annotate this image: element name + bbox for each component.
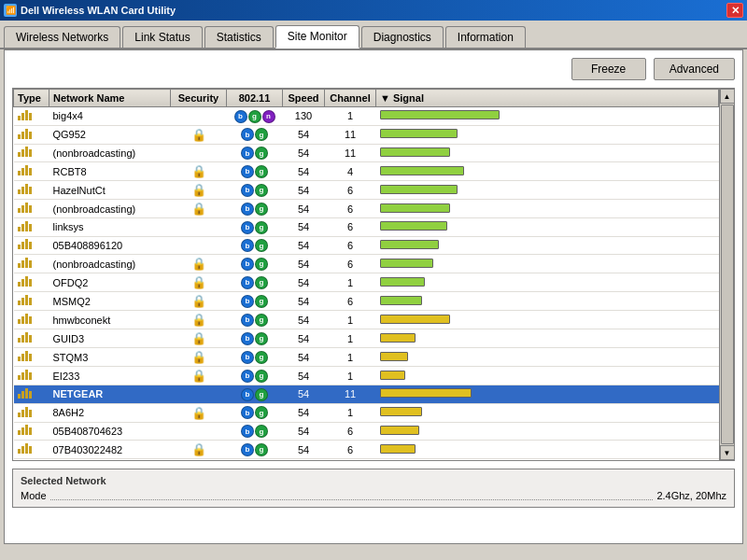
scroll-down-button[interactable]: ▼	[720, 445, 735, 460]
cell-name: big4x4	[49, 107, 171, 126]
badge-g-icon: g	[248, 110, 261, 123]
badge-b-icon: b	[241, 239, 254, 252]
table-row[interactable]: GUID3🔒bg541	[14, 329, 719, 348]
cell-channel: 11	[325, 385, 376, 404]
cell-80211: bg	[227, 311, 283, 329]
cell-security: 🔒	[171, 200, 227, 218]
tab-statistics[interactable]: Statistics	[204, 26, 274, 48]
cell-signal	[376, 273, 719, 292]
table-row[interactable]: hmwbconekt🔒bg541	[14, 311, 719, 329]
antenna-icon	[18, 314, 32, 324]
cell-security	[171, 236, 227, 255]
scroll-up-button[interactable]: ▲	[720, 89, 735, 104]
signal-bar	[380, 444, 416, 454]
table-row[interactable]: 07B403022482🔒bg546	[14, 441, 719, 459]
cell-type	[14, 367, 49, 385]
cell-name: 05B408896120	[49, 236, 171, 255]
signal-bar	[380, 240, 439, 249]
cell-speed: 54	[283, 367, 325, 385]
lock-icon: 🔒	[191, 128, 206, 142]
cell-security: 🔒	[171, 441, 227, 459]
tab-diagnostics[interactable]: Diagnostics	[361, 26, 444, 48]
cell-channel: 6	[325, 422, 376, 441]
badge-g-icon: g	[255, 314, 268, 327]
cell-channel: 1	[325, 311, 376, 329]
table-row[interactable]: 05B408896120bg546	[14, 236, 719, 255]
cell-security: 🔒	[171, 273, 227, 292]
tab-information[interactable]: Information	[445, 26, 526, 48]
lock-icon: 🔒	[191, 183, 206, 197]
tab-wireless-networks[interactable]: Wireless Networks	[4, 26, 120, 48]
signal-bar	[380, 110, 500, 119]
cell-signal	[376, 125, 719, 144]
table-row[interactable]: MSMQ2🔒bg546	[14, 292, 719, 311]
cell-80211: bg	[227, 422, 283, 441]
badge-g-icon: g	[255, 332, 268, 345]
table-row[interactable]: (nonbroadcasting)bg5411	[14, 144, 719, 162]
selected-network-section: Selected Network Mode 2.4Ghz, 20Mhz	[12, 469, 735, 508]
advanced-button[interactable]: Advanced	[654, 58, 735, 80]
cell-signal	[376, 422, 719, 441]
cell-speed: 54	[283, 292, 325, 311]
freeze-button[interactable]: Freeze	[571, 58, 646, 80]
table-row[interactable]: RCBT8🔒bg544	[14, 162, 719, 181]
cell-signal	[376, 218, 719, 237]
signal-bar	[380, 371, 405, 380]
badge-g-icon: g	[255, 276, 268, 289]
cell-type	[14, 273, 49, 292]
cell-signal	[376, 200, 719, 218]
close-button[interactable]: ✕	[726, 3, 743, 18]
toolbar: Freeze Advanced	[12, 58, 735, 80]
col-header-signal: ▼ Signal	[376, 90, 719, 107]
window-body: Wireless Networks Link Status Statistics…	[0, 21, 747, 544]
cell-name: 8A6H2	[49, 403, 171, 422]
mode-value: 2.4Ghz, 20Mhz	[656, 490, 726, 501]
cell-speed: 54	[283, 348, 325, 367]
badge-g-icon: g	[255, 388, 268, 401]
cell-channel: 11	[325, 125, 376, 144]
table-row[interactable]: HazelNutCt🔒bg546	[14, 181, 719, 200]
table-row[interactable]: linksysbg546	[14, 218, 719, 237]
scrollbar[interactable]: ▲ ▼	[719, 89, 734, 460]
table-row[interactable]: 05B408704623bg546	[14, 422, 719, 441]
table-row[interactable]: (nonbroadcasting)🔒bg546	[14, 200, 719, 218]
table-row[interactable]: Gail🔒bg5411	[14, 459, 719, 461]
cell-speed: 54	[283, 273, 325, 292]
cell-security: 🔒	[171, 292, 227, 311]
cell-security: 🔒	[171, 459, 227, 461]
antenna-icon	[18, 147, 32, 157]
cell-name: GUID3	[49, 329, 171, 348]
cell-name: STQM3	[49, 348, 171, 367]
scroll-thumb[interactable]	[721, 105, 734, 444]
cell-signal	[376, 181, 719, 200]
cell-signal	[376, 367, 719, 385]
cell-speed: 130	[283, 107, 325, 126]
table-row[interactable]: OFDQ2🔒bg541	[14, 273, 719, 292]
table-row[interactable]: STQM3🔒bg541	[14, 348, 719, 367]
title-bar: 📶 Dell Wireless WLAN Card Utility ✕	[0, 0, 747, 21]
antenna-icon	[18, 276, 32, 287]
cell-type	[14, 422, 49, 441]
tab-link-status[interactable]: Link Status	[122, 26, 202, 48]
cell-name: linksys	[49, 218, 171, 237]
badge-b-icon: b	[241, 258, 254, 271]
table-row[interactable]: QG952🔒bg5411	[14, 125, 719, 144]
table-row[interactable]: big4x4bgn1301	[14, 107, 719, 126]
badge-g-icon: g	[255, 295, 268, 308]
cell-80211: bg	[227, 403, 283, 422]
cell-security: 🔒	[171, 311, 227, 329]
badge-g-icon: g	[255, 203, 268, 216]
cell-speed: 54	[283, 441, 325, 459]
lock-icon: 🔒	[191, 202, 206, 216]
cell-channel: 1	[325, 107, 376, 126]
table-row[interactable]: (nonbroadcasting)🔒bg546	[14, 255, 719, 273]
cell-type	[14, 292, 49, 311]
cell-signal	[376, 348, 719, 367]
table-row[interactable]: NETGEARbg5411	[14, 385, 719, 404]
table-row[interactable]: 8A6H2🔒bg541	[14, 403, 719, 422]
antenna-icon	[18, 165, 32, 175]
tab-site-monitor[interactable]: Site Monitor	[275, 25, 359, 49]
app-icon: 📶	[4, 4, 17, 17]
table-row[interactable]: EI233🔒bg541	[14, 367, 719, 385]
table-scroll-area[interactable]: Type Network Name Security 802.11 Speed …	[13, 89, 719, 460]
